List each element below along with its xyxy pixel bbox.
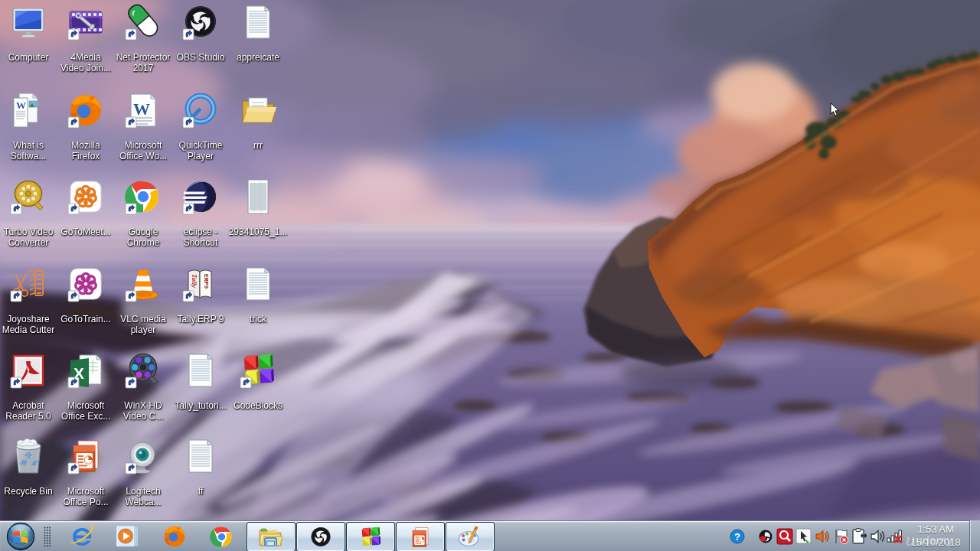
svg-text:ERP9: ERP9 (203, 274, 210, 289)
svg-text:Tally: Tally (191, 274, 198, 289)
svg-text:?: ? (734, 531, 740, 543)
svg-text:W: W (133, 99, 150, 119)
svg-text:W: W (16, 99, 26, 111)
